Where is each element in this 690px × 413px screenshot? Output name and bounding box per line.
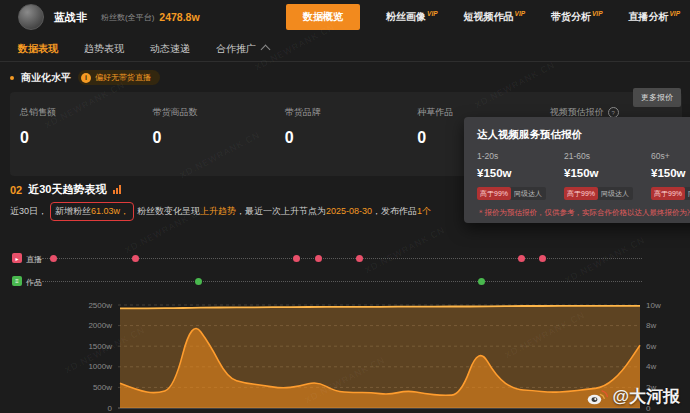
event-dot[interactable] xyxy=(478,278,485,285)
nav-tab-live-analysis[interactable]: 直播分析VIP xyxy=(629,10,680,24)
commerce-section-header: 商业化水平 i 偏好无带货直播 xyxy=(10,70,160,85)
top-header: 蓝战非 粉丝数(全平台) 2478.8w 数据概览 粉丝画像VIP 短视频作品V… xyxy=(0,0,690,34)
vip-badge: VIP xyxy=(427,10,437,17)
bullet-icon xyxy=(10,76,14,80)
red-annotation-box: 新增粉丝61.03w， xyxy=(50,202,134,221)
username: 蓝战非 xyxy=(54,10,87,25)
quote-col-medium: 21-60s ¥150w 高于99%同级达人 xyxy=(564,151,651,200)
event-dot[interactable] xyxy=(132,255,139,262)
axis-tick-label: 2000w xyxy=(68,321,112,330)
nav-tab-fans-portrait[interactable]: 粉丝画像VIP xyxy=(386,10,437,24)
event-dot[interactable] xyxy=(50,255,57,262)
axis-tick-label: 6w xyxy=(646,342,656,351)
quote-footnote: ＊报价为预估报价，仅供参考，实际合作价格以达人最终报价为准＊ xyxy=(477,208,690,218)
timeline-dotted-line xyxy=(42,281,642,282)
axis-tick-label: 1000w xyxy=(68,362,112,371)
axis-tick-label: 1500w xyxy=(68,342,112,351)
quote-popup: 达人视频服务预估报价 1-20s ¥150w 高于99%同级达人 21-60s … xyxy=(464,117,690,223)
event-timeline: 直播 作品 xyxy=(0,248,690,294)
nav-tab-overview[interactable]: 数据概览 xyxy=(286,4,360,30)
quote-popup-title: 达人视频服务预估报价 xyxy=(477,128,690,142)
commerce-title: 商业化水平 xyxy=(21,71,71,85)
legend-live[interactable]: 直播 xyxy=(26,254,42,265)
axis-tick-label: 0 xyxy=(68,404,112,413)
vip-badge: VIP xyxy=(515,10,525,17)
rank-badge: 高于99%同级达人 xyxy=(564,187,633,200)
axis-tick-label: 500w xyxy=(68,383,112,392)
credit-watermark: @大河报 xyxy=(586,385,680,408)
legend-works[interactable]: 作品 xyxy=(26,277,42,288)
axis-tick-label: 10w xyxy=(646,301,661,310)
metric-total-sales: 总销售额 0 xyxy=(20,106,152,176)
fans-label: 粉丝数(全平台) xyxy=(101,12,154,23)
rank-badge: 高于99%同级达人 xyxy=(477,187,546,200)
subtab-trend[interactable]: 趋势表现 xyxy=(84,42,124,56)
sub-nav: 数据表现 趋势表现 动态速递 合作推广 xyxy=(0,36,690,62)
event-dot[interactable] xyxy=(195,278,202,285)
metric-brand-count: 带货品牌 0 xyxy=(285,106,417,176)
live-icon xyxy=(12,253,22,263)
event-dot[interactable] xyxy=(293,255,300,262)
trend-summary: 近30日，新增粉丝61.03w，粉丝数变化呈现上升趋势，最近一次上升节点为202… xyxy=(10,200,431,222)
nav-tab-videos[interactable]: 短视频作品VIP xyxy=(464,10,525,24)
live-events-row: 直播 xyxy=(0,250,690,268)
quote-col-short: 1-20s ¥150w 高于99%同级达人 xyxy=(477,151,564,200)
dashboard-page: 蓝战非 粉丝数(全平台) 2478.8w 数据概览 粉丝画像VIP 短视频作品V… xyxy=(0,0,690,413)
avatar[interactable] xyxy=(18,4,44,30)
credit-text: @大河报 xyxy=(612,385,680,408)
coin-icon: i xyxy=(81,73,91,83)
subtab-data-performance[interactable]: 数据表现 xyxy=(18,42,58,56)
vip-badge: VIP xyxy=(592,10,602,17)
more-quotes-button[interactable]: 更多报价 xyxy=(633,88,681,107)
event-dot[interactable] xyxy=(518,255,525,262)
trend-section-header: 02 近30天趋势表现 xyxy=(10,182,121,197)
vip-badge: VIP xyxy=(670,10,680,17)
event-dot[interactable] xyxy=(356,255,363,262)
subtab-cooperation[interactable]: 合作推广 xyxy=(216,42,256,56)
works-events-row: 作品 xyxy=(0,273,690,291)
subtab-updates[interactable]: 动态速递 xyxy=(150,42,190,56)
event-dot[interactable] xyxy=(539,255,546,262)
bar-chart-icon xyxy=(113,185,121,194)
nav-tab-commerce-analysis[interactable]: 带货分析VIP xyxy=(551,10,602,24)
axis-tick-label: 8w xyxy=(646,321,656,330)
quote-col-long: 60s+ ¥150w 高于99%同级达人 xyxy=(651,151,690,200)
axis-tick-label: 4w xyxy=(646,362,656,371)
rank-badge: 高于99%同级达人 xyxy=(651,187,690,200)
metric-product-count: 带货商品数 0 xyxy=(152,106,284,176)
commerce-badge: i 偏好无带货直播 xyxy=(78,70,160,85)
axis-tick-label: 2500w xyxy=(68,301,112,310)
fans-value: 2478.8w xyxy=(159,11,199,23)
weibo-icon xyxy=(586,388,608,406)
event-dot[interactable] xyxy=(315,255,322,262)
works-icon xyxy=(12,276,22,286)
main-nav: 数据概览 粉丝画像VIP 短视频作品VIP 带货分析VIP 直播分析VIP xyxy=(286,4,680,30)
